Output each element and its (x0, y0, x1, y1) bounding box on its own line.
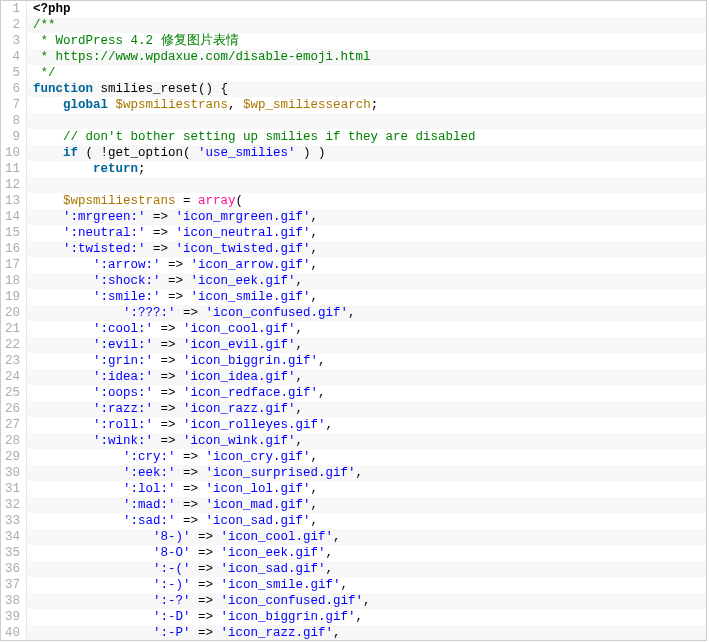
code-token: => (176, 498, 206, 512)
code-line: * WordPress 4.2 修复图片表情 (27, 33, 706, 49)
code-token: 'icon_wink.gif' (183, 434, 296, 448)
code-token: => (146, 242, 176, 256)
code-token: , (356, 466, 364, 480)
code-token: => (153, 386, 183, 400)
code-line: ':oops:' => 'icon_redface.gif', (27, 385, 706, 401)
code-token: 'icon_idea.gif' (183, 370, 296, 384)
line-number: 5 (5, 65, 20, 81)
code-token: ':cool:' (93, 322, 153, 336)
code-token: '8-)' (153, 530, 191, 544)
code-token (108, 98, 116, 112)
line-number: 8 (5, 113, 20, 129)
code-line: ':mrgreen:' => 'icon_mrgreen.gif', (27, 209, 706, 225)
line-number: 9 (5, 129, 20, 145)
line-number: 23 (5, 353, 20, 369)
line-number: 10 (5, 145, 20, 161)
line-number: 34 (5, 529, 20, 545)
code-line (27, 113, 706, 129)
code-token: ':arrow:' (93, 258, 161, 272)
code-token: 'icon_eek.gif' (221, 546, 326, 560)
code-token: ':-(' (153, 562, 191, 576)
code-line: // don't bother setting up smilies if th… (27, 129, 706, 145)
code-token: ':shock:' (93, 274, 161, 288)
code-token: 'icon_confused.gif' (206, 306, 349, 320)
line-number: 16 (5, 241, 20, 257)
code-token: * https://www.wpdaxue.com/disable-emoji.… (33, 50, 371, 64)
code-token: 'icon_redface.gif' (183, 386, 318, 400)
code-token: 'icon_biggrin.gif' (221, 610, 356, 624)
code-line: ':-P' => 'icon_razz.gif', (27, 625, 706, 640)
code-line: ':twisted:' => 'icon_twisted.gif', (27, 241, 706, 257)
code-token: , (363, 594, 371, 608)
code-token: => (146, 210, 176, 224)
code-token: , (318, 386, 326, 400)
code-token: 'icon_razz.gif' (221, 626, 334, 640)
code-token: ':oops:' (93, 386, 153, 400)
code-token: ':mrgreen:' (63, 210, 146, 224)
line-number: 33 (5, 513, 20, 529)
code-token: 'icon_sad.gif' (221, 562, 326, 576)
code-token: ':-?' (153, 594, 191, 608)
code-line: ':-)' => 'icon_smile.gif', (27, 577, 706, 593)
code-token: if (63, 146, 78, 160)
code-token: 'icon_cool.gif' (183, 322, 296, 336)
code-line: ':-(' => 'icon_sad.gif', (27, 561, 706, 577)
code-token: => (191, 610, 221, 624)
line-number: 15 (5, 225, 20, 241)
code-token: <?php (33, 2, 71, 16)
code-token: , (296, 338, 304, 352)
code-line: ':evil:' => 'icon_evil.gif', (27, 337, 706, 353)
line-number: 29 (5, 449, 20, 465)
code-token: $wpsmiliestrans (116, 98, 229, 112)
code-line: ':sad:' => 'icon_sad.gif', (27, 513, 706, 529)
code-token: function (33, 82, 93, 96)
code-line: ':grin:' => 'icon_biggrin.gif', (27, 353, 706, 369)
code-token: => (153, 370, 183, 384)
code-token: 'icon_cry.gif' (206, 450, 311, 464)
code-token: => (191, 546, 221, 560)
code-token: ':???:' (123, 306, 176, 320)
code-token: ':evil:' (93, 338, 153, 352)
code-token: ':eek:' (123, 466, 176, 480)
code-line: ':wink:' => 'icon_wink.gif', (27, 433, 706, 449)
code-token: global (63, 98, 108, 112)
code-token: ':-)' (153, 578, 191, 592)
code-token: => (176, 514, 206, 528)
code-line: ':razz:' => 'icon_razz.gif', (27, 401, 706, 417)
code-token: ':smile:' (93, 290, 161, 304)
code-line: ':smile:' => 'icon_smile.gif', (27, 289, 706, 305)
line-number: 24 (5, 369, 20, 385)
code-line: ':cry:' => 'icon_cry.gif', (27, 449, 706, 465)
code-line: <?php (27, 1, 706, 17)
code-token: , (333, 626, 341, 640)
line-number: 11 (5, 161, 20, 177)
code-token: => (161, 274, 191, 288)
code-token: , (311, 498, 319, 512)
code-token: return (93, 162, 138, 176)
code-line: /** (27, 17, 706, 33)
code-token: = (176, 194, 199, 208)
code-token: , (311, 514, 319, 528)
line-number: 25 (5, 385, 20, 401)
code-line: */ (27, 65, 706, 81)
code-token: , (311, 450, 319, 464)
code-token: /** (33, 18, 56, 32)
line-number: 7 (5, 97, 20, 113)
code-token: array (198, 194, 236, 208)
line-number: 27 (5, 417, 20, 433)
code-token: ':mad:' (123, 498, 176, 512)
line-number: 36 (5, 561, 20, 577)
line-number: 13 (5, 193, 20, 209)
line-number: 6 (5, 81, 20, 97)
code-token: ':-P' (153, 626, 191, 640)
code-token: 'icon_surprised.gif' (206, 466, 356, 480)
code-token: smilies_reset (101, 82, 199, 96)
line-number: 17 (5, 257, 20, 273)
code-token: '8-O' (153, 546, 191, 560)
code-token: , (296, 274, 304, 288)
code-line: ':roll:' => 'icon_rolleyes.gif', (27, 417, 706, 433)
code-token: => (191, 562, 221, 576)
code-token: ':twisted:' (63, 242, 146, 256)
line-number: 19 (5, 289, 20, 305)
code-token: , (326, 546, 334, 560)
